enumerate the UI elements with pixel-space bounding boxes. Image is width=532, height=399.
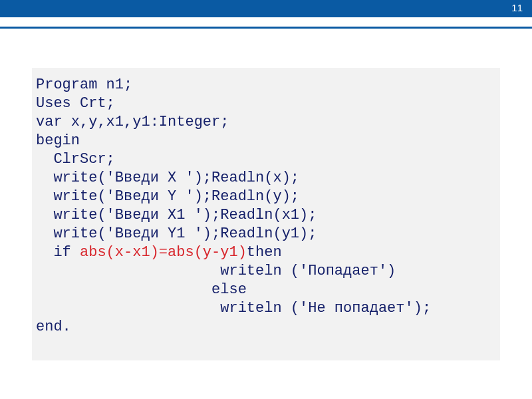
code-line: end. [36, 319, 71, 335]
code-line: var x,y,x1,y1:Integer; [36, 114, 229, 130]
title-bar: 11 [0, 0, 532, 17]
code-block: Program n1; Uses Crt; var x,y,x1,y1:Inte… [32, 68, 500, 360]
code-line: write('Введи Y ');Readln(y); [36, 188, 299, 205]
code-content: Program n1; Uses Crt; var x,y,x1,y1:Inte… [36, 76, 496, 336]
code-line: else [36, 281, 255, 298]
code-line: writeln ('Не попадает'); [36, 300, 431, 317]
slide: 11 Program n1; Uses Crt; var x,y,x1,y1:I… [0, 0, 532, 399]
code-line: write('Введи X1 ');Readln(x1); [36, 207, 317, 223]
code-line: write('Введи X ');Readln(x); [36, 170, 299, 186]
code-line: Program n1; [36, 76, 132, 93]
code-line: writeln ('Попадает') [36, 263, 396, 279]
page-number: 11 [511, 2, 523, 13]
code-line: Uses Crt; [36, 95, 115, 112]
code-line: begin [36, 132, 80, 149]
code-line: write('Введи Y1 ');Readln(y1); [36, 225, 317, 242]
code-line: ClrScr; [36, 151, 115, 168]
code-line: if abs(x-x1)=abs(y-y1)then [36, 244, 282, 261]
highlight: abs(x-x1)=abs(y-y1) [80, 244, 247, 261]
accent-divider [0, 27, 532, 29]
